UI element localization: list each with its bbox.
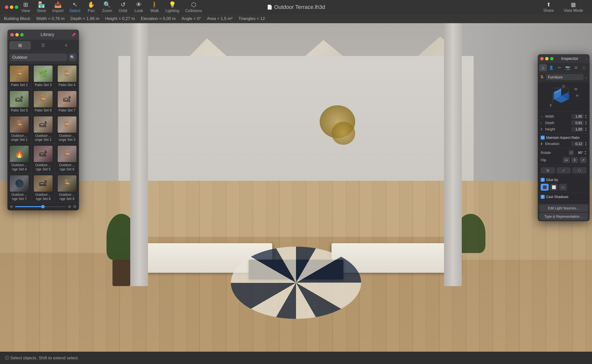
elevation-stepper[interactable]: ▲ ▼ — [585, 141, 587, 146]
edit-light-sources-button[interactable]: Edit Light Sources… — [539, 204, 588, 212]
rotate-stepper[interactable]: ▲ ▼ — [584, 150, 587, 155]
zoom-track-fill — [15, 206, 43, 207]
inspector-tab-cube[interactable]: ⬡ — [580, 64, 588, 71]
library-tab-list[interactable]: ≡ — [56, 41, 77, 50]
library-item-lounge1[interactable]: 🪑 Outdoor…unge Set 1 — [7, 114, 31, 144]
library-item-lounge8[interactable]: 🛋 Outdoor…nge Set 8 — [31, 173, 55, 203]
zoom-slider[interactable] — [15, 206, 66, 207]
inspector-tab-pen[interactable]: ✏ — [556, 64, 563, 71]
inspector-close[interactable] — [540, 57, 544, 60]
share-icon: ⬆ — [546, 1, 551, 8]
glue-by-checkbox[interactable]: ✓ — [541, 178, 545, 182]
library-item-lounge5[interactable]: 🛋 Outdoor…nge Set 5 — [31, 144, 55, 173]
library-tab-grid[interactable]: ⊞ — [9, 41, 31, 50]
library-item-patio2[interactable]: 🪑 Patio Set 2 — [7, 63, 31, 89]
library-item-lounge4[interactable]: 🔥 Outdoor…nge Set 4 — [7, 144, 31, 173]
patio5-thumbnail: 🛋 — [10, 91, 29, 107]
toolbar-import[interactable]: 📥 Import — [50, 0, 66, 14]
rotate-icon[interactable]: ↺ — [569, 150, 574, 155]
library-item-patio6[interactable]: 🪑 Patio Set 6 — [31, 89, 55, 114]
library-search-button[interactable]: 🔍 — [69, 53, 76, 61]
toolbar-pan[interactable]: ✋ Pan — [84, 0, 99, 14]
dim-h-label: H — [576, 94, 578, 97]
toolbar-view-mode[interactable]: ▦ View Mode — [560, 0, 587, 14]
copy-button[interactable]: ⧉ — [541, 167, 555, 174]
cast-shadows-checkbox[interactable]: ✓ — [541, 195, 545, 199]
library-item-lounge6[interactable]: 🪑 Outdoor…nge Set 6 — [55, 144, 79, 173]
toolbar-share[interactable]: ⬆ Share — [539, 0, 558, 14]
inspector-collapse[interactable]: › — [586, 57, 587, 61]
maximize-button[interactable] — [15, 5, 18, 9]
flip-horizontal-button[interactable]: ⇔ — [563, 157, 570, 163]
flip-vertical-button[interactable]: ⇕ — [571, 157, 578, 163]
inspector-maximize[interactable] — [550, 57, 554, 60]
lighting-icon: 💡 — [169, 1, 176, 8]
3d-viewport[interactable] — [0, 23, 592, 352]
patio6-thumbnail: 🪑 — [34, 91, 53, 107]
depth-value[interactable]: 0,91 — [571, 120, 584, 125]
inspector-tab-person[interactable]: 👤 — [547, 64, 555, 71]
library-item-patio3[interactable]: 🌿 Patio Set 3 — [31, 63, 55, 89]
library-item-patio5[interactable]: 🛋 Patio Set 5 — [7, 89, 31, 114]
library-item-patio4[interactable]: 🪑 Patio Set 4 — [55, 63, 79, 89]
library-item-lounge9[interactable]: 🪑 Outdoor…nge Set 9 — [55, 173, 79, 203]
library-minimize[interactable] — [15, 33, 19, 36]
toolbar-look[interactable]: 👁 Look — [131, 0, 146, 14]
zoom-minus-icon[interactable]: ⊖ — [10, 204, 13, 209]
width-value[interactable]: 1,90 — [571, 114, 584, 119]
height-down-icon[interactable]: ▼ — [585, 129, 587, 132]
grid-settings-icon[interactable]: ⚙ — [73, 204, 76, 209]
inspector-tab-gear[interactable]: ⚙ — [572, 64, 580, 71]
library-category-dropdown[interactable]: Outdoor — [10, 54, 67, 61]
library-tab-list2[interactable]: ☰ — [32, 41, 54, 50]
library-pin[interactable]: 📌 — [71, 32, 76, 37]
inspector-category-dropdown[interactable]: Furniture — [546, 74, 584, 80]
toolbar-view[interactable]: ⊞ View — [18, 0, 33, 14]
building-block-label: Building Block — [4, 16, 30, 21]
mirror-button[interactable]: ⤦ — [556, 167, 571, 174]
toolbar-collisions[interactable]: ⬡ Collisions — [183, 0, 204, 14]
toolbar-select[interactable]: ↖ Select — [67, 0, 83, 14]
minimize-button[interactable] — [10, 5, 13, 9]
height-value[interactable]: 1,00 — [571, 127, 584, 132]
zoom-icon: 🔍 — [103, 1, 111, 8]
library-close[interactable] — [10, 33, 14, 36]
dim-w-label: W — [574, 87, 577, 91]
width-stepper[interactable]: ▲ ▼ — [585, 114, 587, 119]
width-down-icon[interactable]: ▼ — [585, 116, 587, 119]
elevation-field-icon: ⬆ — [540, 142, 544, 146]
type-representation-button[interactable]: Type & Representation… — [539, 213, 588, 220]
divider-1 — [539, 133, 588, 134]
maintain-aspect-ratio-checkbox[interactable]: ✓ — [541, 136, 545, 140]
library-item-lounge2[interactable]: 🛋 Outdoor…unge Set 2 — [31, 114, 55, 144]
rotate-down-icon[interactable]: ▼ — [584, 153, 587, 155]
lounge1-thumbnail: 🪑 — [10, 116, 29, 133]
glue-ceiling-button[interactable]: ⬜ — [550, 184, 558, 191]
library-maximize[interactable] — [20, 33, 24, 36]
inspector-minimize[interactable] — [545, 57, 549, 60]
inspector-tab-camera[interactable]: 📷 — [564, 64, 572, 71]
library-item-patio7[interactable]: 🛋 Patio Set 7 — [55, 89, 79, 114]
divider-3 — [539, 165, 588, 165]
glue-wall-button[interactable]: ▭ — [559, 184, 567, 191]
align-button[interactable]: ⬡ — [572, 167, 587, 174]
library-item-lounge7[interactable]: 🌑 Outdoor…nge Set 7 — [7, 173, 31, 203]
toolbar-orbit[interactable]: ↺ Orbit — [116, 0, 130, 14]
furniture-icon: 🪑 — [540, 75, 544, 79]
toolbar-walk[interactable]: 🚶 Walk — [147, 0, 162, 14]
elevation-value[interactable]: 0,12 — [571, 141, 584, 146]
elevation-down-icon[interactable]: ▼ — [585, 144, 587, 146]
close-button[interactable] — [5, 5, 8, 9]
toolbar-zoom[interactable]: 🔍 Zoom — [100, 0, 115, 14]
zoom-plus-icon[interactable]: ⊕ — [68, 204, 71, 209]
glue-floor-button[interactable]: ⬛ — [541, 184, 549, 191]
toolbar-lighting[interactable]: 💡 Lighting — [163, 0, 182, 14]
height-stepper[interactable]: ▲ ▼ — [585, 127, 587, 132]
depth-stepper[interactable]: ▲ ▼ — [585, 120, 587, 125]
toolbar-store[interactable]: 🏪 Store — [34, 0, 49, 14]
flip-diagonal-button[interactable]: ↗ — [580, 157, 587, 163]
inspector-tab-home[interactable]: ⌂ — [539, 64, 547, 71]
library-item-lounge3[interactable]: 🪑 Outdoor…unge Set 3 — [55, 114, 79, 144]
depth-down-icon[interactable]: ▼ — [585, 123, 587, 125]
zoom-thumb[interactable] — [41, 205, 45, 208]
